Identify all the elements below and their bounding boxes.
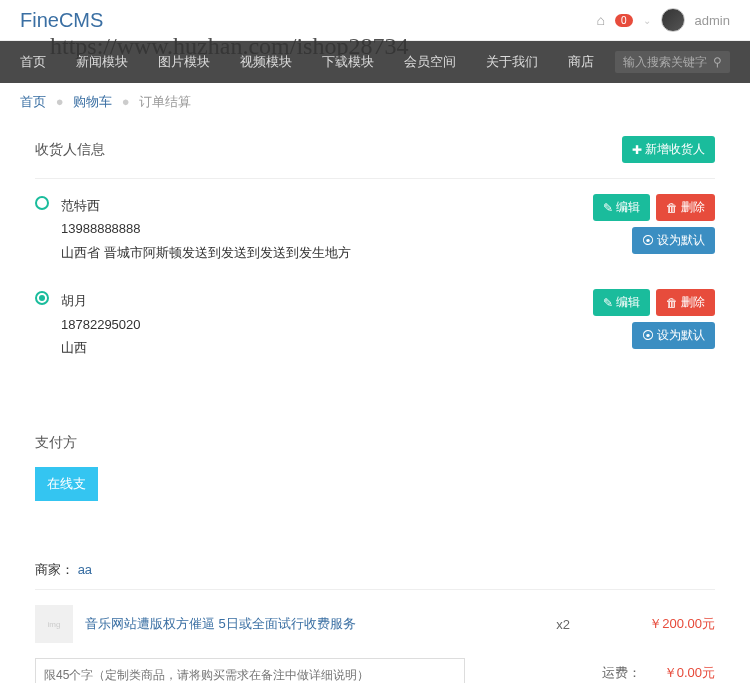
trash-icon: 🗑 xyxy=(666,296,678,310)
plus-icon: ✚ xyxy=(632,143,642,157)
nav-shop[interactable]: 商店 xyxy=(568,53,594,71)
address-text: 山西省 晋城市阿斯顿发送到发送到发送到发生地方 xyxy=(61,241,351,264)
shipping-title: 收货人信息 xyxy=(35,141,105,159)
product-qty: x2 xyxy=(523,617,603,632)
product-name[interactable]: 音乐网站遭版权方催逼 5日或全面试行收费服务 xyxy=(85,615,511,633)
logo: FineCMS xyxy=(20,9,103,32)
online-payment-button[interactable]: 在线支 xyxy=(35,467,98,501)
edit-icon: ✎ xyxy=(603,201,613,215)
edit-address-button[interactable]: ✎编辑 xyxy=(593,194,650,221)
dropdown-icon: ⌄ xyxy=(643,15,651,26)
nav-news[interactable]: 新闻模块 xyxy=(76,53,128,71)
address-radio[interactable] xyxy=(35,196,49,210)
address-phone: 13988888888 xyxy=(61,217,351,240)
address-name: 范特西 xyxy=(61,194,351,217)
breadcrumb-home[interactable]: 首页 xyxy=(20,94,46,109)
nav-download[interactable]: 下载模块 xyxy=(322,53,374,71)
nav-images[interactable]: 图片模块 xyxy=(158,53,210,71)
nav-home[interactable]: 首页 xyxy=(20,53,46,71)
product-price: ￥200.00元 xyxy=(615,615,715,633)
delete-address-button[interactable]: 🗑删除 xyxy=(656,289,715,316)
delete-address-button[interactable]: 🗑删除 xyxy=(656,194,715,221)
address-item: 范特西 13988888888 山西省 晋城市阿斯顿发送到发送到发送到发生地方 … xyxy=(35,194,715,264)
nav-items: 首页 新闻模块 图片模块 视频模块 下载模块 会员空间 关于我们 商店 xyxy=(20,53,594,71)
home-icon[interactable]: ⌂ xyxy=(597,12,605,28)
breadcrumb-cart[interactable]: 购物车 xyxy=(73,94,112,109)
merchant-label: 商家： xyxy=(35,562,74,577)
edit-address-button[interactable]: ✎编辑 xyxy=(593,289,650,316)
address-radio[interactable] xyxy=(35,291,49,305)
check-icon: ⦿ xyxy=(642,329,654,343)
trash-icon: 🗑 xyxy=(666,201,678,215)
search-box: ⚲ xyxy=(615,51,730,73)
address-name: 胡月 xyxy=(61,289,141,312)
breadcrumb-current: 订单结算 xyxy=(139,94,191,109)
breadcrumb: 首页 ● 购物车 ● 订单结算 xyxy=(0,83,750,121)
header-right: ⌂ 0 ⌄ admin xyxy=(597,8,730,32)
check-icon: ⦿ xyxy=(642,234,654,248)
payment-title: 支付方 xyxy=(35,434,715,452)
avatar[interactable] xyxy=(661,8,685,32)
set-default-button[interactable]: ⦿设为默认 xyxy=(632,322,715,349)
edit-icon: ✎ xyxy=(603,296,613,310)
breadcrumb-separator: ● xyxy=(122,94,130,109)
nav-video[interactable]: 视频模块 xyxy=(240,53,292,71)
nav-about[interactable]: 关于我们 xyxy=(486,53,538,71)
set-default-button[interactable]: ⦿设为默认 xyxy=(632,227,715,254)
product-row: img 音乐网站遭版权方催逼 5日或全面试行收费服务 x2 ￥200.00元 xyxy=(35,605,715,643)
address-phone: 18782295020 xyxy=(61,313,141,336)
merchant-row: 商家： aa xyxy=(35,551,715,590)
product-image: img xyxy=(35,605,73,643)
add-address-button[interactable]: ✚ 新增收货人 xyxy=(622,136,715,163)
username[interactable]: admin xyxy=(695,13,730,28)
remark-input[interactable] xyxy=(35,658,465,683)
address-text: 山西 xyxy=(61,336,141,359)
search-input[interactable] xyxy=(623,55,713,69)
breadcrumb-separator: ● xyxy=(56,94,64,109)
nav-member[interactable]: 会员空间 xyxy=(404,53,456,71)
cart-badge[interactable]: 0 xyxy=(615,14,633,27)
search-icon[interactable]: ⚲ xyxy=(713,55,722,69)
address-item: 胡月 18782295020 山西 ✎编辑 🗑删除 ⦿设为默认 xyxy=(35,289,715,359)
merchant-name[interactable]: aa xyxy=(78,562,92,577)
